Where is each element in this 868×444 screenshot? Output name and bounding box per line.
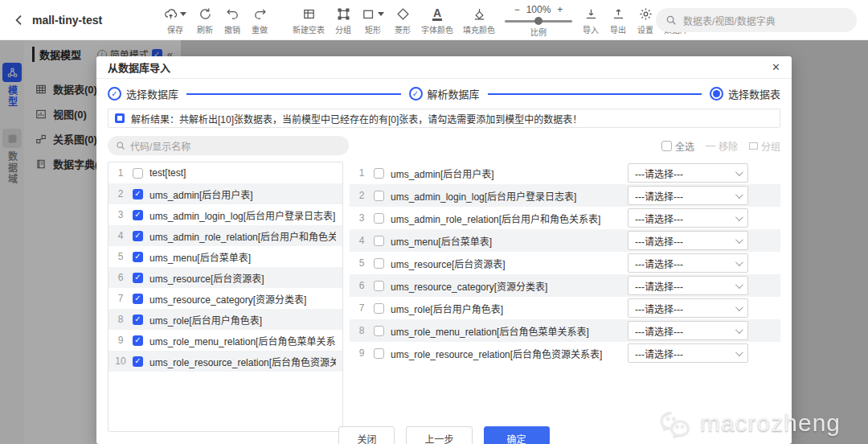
- import-stepper: ✓选择数据库✓解析数据库选择数据表: [96, 79, 792, 107]
- target-select[interactable]: ---请选择---: [628, 208, 748, 228]
- table-row[interactable]: 6 ✓ ums_resource[后台资源表]: [108, 267, 342, 288]
- dialog-title: 从数据库导入: [108, 60, 170, 75]
- table-row[interactable]: 2 ✓ ums_admin[后台用户表]: [108, 183, 342, 204]
- row-checkbox[interactable]: ✓: [133, 252, 143, 262]
- target-select[interactable]: ---请选择---: [628, 321, 748, 340]
- zoom-slider[interactable]: [505, 17, 572, 25]
- target-select[interactable]: ---请选择---: [628, 186, 748, 205]
- row-checkbox[interactable]: ✓: [133, 294, 143, 304]
- previous-step-button[interactable]: 上一步: [406, 426, 472, 444]
- select-all-checkbox[interactable]: [661, 141, 672, 151]
- confirm-button[interactable]: 确定: [484, 426, 550, 444]
- step-label: 解析数据库: [428, 86, 480, 101]
- target-select[interactable]: ---请选择---: [628, 298, 748, 318]
- caret-down-icon: [378, 12, 384, 16]
- row-checkbox[interactable]: ✓: [133, 231, 143, 241]
- row-checkbox[interactable]: [374, 303, 384, 314]
- back-icon[interactable]: [13, 14, 26, 27]
- indeterminate-checkbox-icon: [115, 113, 125, 123]
- table-row[interactable]: 5 ums_resource[后台资源表]---请选择---: [350, 252, 780, 274]
- row-number: 3: [115, 209, 126, 220]
- table-row[interactable]: 5 ✓ ums_menu[后台菜单表]: [108, 246, 342, 267]
- table-filter-input[interactable]: 代码/显示名称: [108, 136, 349, 155]
- tool-import[interactable]: 导入: [579, 5, 603, 35]
- table-row[interactable]: 6 ums_resource_category[资源分类表]---请选择---: [350, 274, 780, 297]
- zoom-slider-thumb[interactable]: [534, 17, 542, 25]
- tool-redo[interactable]: 重做: [248, 5, 272, 35]
- table-row[interactable]: 8 ums_role_menu_relation[后台角色菜单关系表]---请选…: [350, 319, 780, 342]
- row-checkbox[interactable]: ✓: [133, 189, 143, 199]
- table-row[interactable]: 3 ✓ ums_admin_login_log[后台用户登录日志表]: [108, 204, 342, 225]
- row-checkbox[interactable]: ✓: [133, 273, 143, 283]
- row-number: 10: [115, 356, 126, 367]
- row-checkbox[interactable]: [133, 168, 143, 179]
- target-select[interactable]: ---请选择---: [628, 276, 748, 295]
- table-row[interactable]: 7 ums_role[后台用户角色表]---请选择---: [350, 297, 780, 319]
- close-button[interactable]: 关闭: [338, 426, 395, 444]
- tool-fill-color[interactable]: 填充颜色: [460, 5, 498, 35]
- zoom-value: 100%: [526, 4, 551, 15]
- table-name: ums_role_menu_relation[后台角色菜单关系表]: [149, 334, 336, 347]
- tool-new-table[interactable]: 新建空表: [289, 5, 328, 35]
- table-name: ums_admin_login_log[后台用户登录日志表]: [391, 189, 576, 203]
- step-label: 选择数据表: [728, 86, 780, 101]
- row-number: 6: [115, 272, 126, 283]
- table-row[interactable]: 2 ums_admin_login_log[后台用户登录日志表]---请选择--…: [350, 184, 780, 207]
- target-select[interactable]: ---请选择---: [628, 231, 748, 250]
- target-select[interactable]: ---请选择---: [628, 163, 748, 183]
- row-checkbox[interactable]: [374, 213, 384, 224]
- tool-export[interactable]: 导出: [606, 5, 630, 35]
- target-select[interactable]: ---请选择---: [628, 343, 748, 363]
- close-icon[interactable]: ✕: [772, 61, 780, 73]
- search-icon: [665, 14, 677, 26]
- remove-control[interactable]: — 移除: [706, 139, 738, 153]
- row-number: 2: [115, 188, 126, 199]
- global-search-input[interactable]: 数据表/视图/数据字典: [656, 8, 857, 32]
- tool-diamond[interactable]: 菱形: [391, 5, 415, 35]
- table-row[interactable]: 1 ums_admin[后台用户表]---请选择---: [350, 162, 780, 184]
- row-checkbox[interactable]: ✓: [133, 210, 143, 220]
- row-checkbox[interactable]: [374, 258, 384, 269]
- tool-cloud-upload[interactable]: 保存: [161, 5, 190, 35]
- row-checkbox[interactable]: [374, 348, 384, 359]
- row-checkbox[interactable]: ✓: [133, 356, 143, 367]
- tool-rectangle[interactable]: 矩形: [358, 5, 387, 35]
- chevron-down-icon: [735, 281, 743, 289]
- table-name: ums_resource[后台资源表]: [149, 271, 264, 285]
- row-checkbox[interactable]: [374, 326, 384, 336]
- zoom-out-button[interactable]: −: [514, 4, 520, 15]
- row-checkbox[interactable]: [374, 168, 384, 179]
- zoom-in-button[interactable]: +: [557, 4, 563, 15]
- table-row[interactable]: 4 ✓ ums_admin_role_relation[后台用户和角色关系表]: [108, 225, 342, 246]
- tool-label: 填充颜色: [463, 23, 495, 35]
- tool-group[interactable]: 分组: [331, 5, 355, 35]
- row-checkbox[interactable]: [374, 236, 384, 246]
- table-row[interactable]: 4 ums_menu[后台菜单表]---请选择---: [350, 229, 780, 252]
- tool-refresh[interactable]: 刷新: [193, 5, 217, 35]
- table-row[interactable]: 3 ums_admin_role_relation[后台用户和角色关系表]---…: [350, 207, 780, 229]
- target-select[interactable]: ---请选择---: [628, 253, 748, 273]
- table-row[interactable]: 7 ✓ ums_resource_category[资源分类表]: [108, 288, 342, 309]
- tool-font-color[interactable]: A 字体颜色: [418, 5, 457, 35]
- row-checkbox[interactable]: ✓: [133, 314, 143, 325]
- chevron-down-icon: [735, 213, 743, 221]
- table-row[interactable]: 10 ✓ ums_role_resource_relation[后台角色资源关系…: [108, 351, 342, 372]
- target-table-list: 1 ums_admin[后台用户表]---请选择---2 ums_admin_l…: [350, 162, 780, 432]
- table-row[interactable]: 8 ✓ ums_role[后台用户角色表]: [108, 309, 342, 330]
- refresh-icon: [199, 6, 212, 23]
- row-checkbox[interactable]: [374, 191, 384, 201]
- chevron-down-icon: [735, 191, 743, 199]
- table-row[interactable]: 9 ums_role_resource_relation[后台角色资源关系表]-…: [350, 342, 780, 364]
- table-row[interactable]: 1 test[test]: [108, 162, 342, 183]
- table-name: ums_role_resource_relation[后台角色资源关系表]: [391, 347, 602, 360]
- group-control[interactable]: 分组: [749, 139, 780, 153]
- tool-settings[interactable]: 设置: [633, 5, 657, 35]
- step-check-icon: ✓: [409, 87, 423, 101]
- row-checkbox[interactable]: ✓: [133, 335, 143, 346]
- table-row[interactable]: 9 ✓ ums_role_menu_relation[后台角色菜单关系表]: [108, 330, 342, 351]
- toolbar-tools: 保存 刷新 撤销 重做 新建空表 分组 矩形 菱形A 字体颜色: [161, 5, 498, 35]
- table-name: ums_admin_login_log[后台用户登录日志表]: [149, 208, 335, 222]
- select-all-control[interactable]: 全选: [661, 139, 694, 153]
- tool-undo[interactable]: 撤销: [220, 5, 244, 35]
- row-checkbox[interactable]: [374, 281, 384, 291]
